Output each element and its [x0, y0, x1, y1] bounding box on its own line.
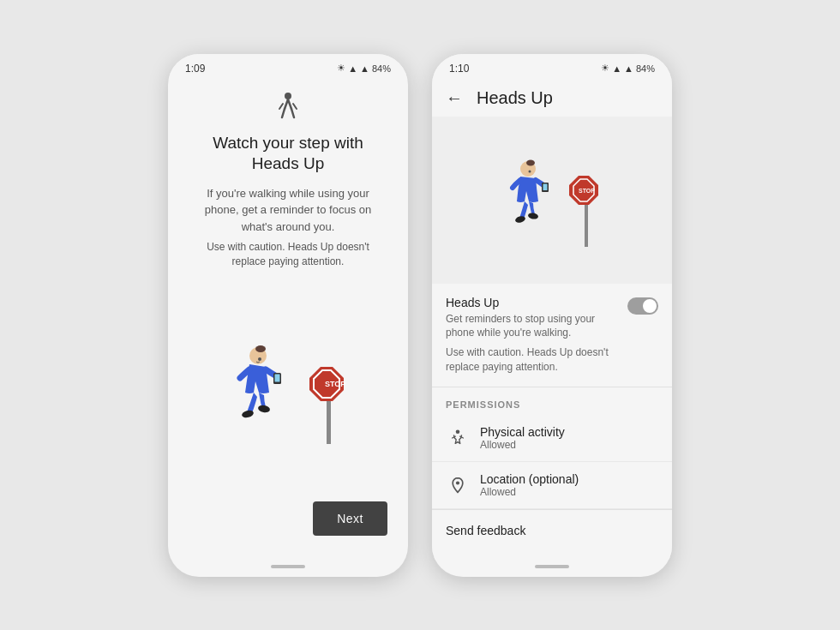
perm-location-text: Location (optional) Allowed — [480, 472, 579, 498]
perm-location-name: Location (optional) — [480, 472, 579, 486]
heads-up-setting-row: Heads Up Get reminders to stop using you… — [432, 284, 672, 387]
walking-illustration-1: STOP — [194, 320, 382, 457]
svg-point-32 — [456, 481, 459, 484]
time-1: 1:09 — [185, 63, 205, 75]
setting-label: Heads Up — [446, 296, 609, 309]
svg-point-29 — [456, 429, 460, 434]
svg-text:STOP: STOP — [325, 380, 345, 388]
svg-point-16 — [257, 405, 270, 413]
illustration-area-2: STOP — [432, 117, 672, 284]
time-2: 1:10 — [449, 63, 469, 75]
svg-point-27 — [527, 213, 538, 220]
walking-illustration-2: STOP — [475, 140, 629, 260]
svg-text:STOP: STOP — [579, 188, 595, 194]
setting-caution: Use with caution. Heads Up doesn't repla… — [446, 345, 609, 375]
battery-1: 84% — [372, 63, 391, 74]
settings-list: Heads Up Get reminders to stop using you… — [432, 284, 672, 560]
wifi-icon: ▲ — [348, 63, 357, 74]
brightness-icon-2: ☀ — [601, 63, 609, 74]
perm-physical-text: Physical activity Allowed — [480, 425, 565, 451]
svg-line-2 — [288, 99, 291, 109]
permission-physical-activity[interactable]: Physical activity Allowed — [432, 415, 672, 462]
signal-icon-2: ▲ — [624, 63, 633, 74]
perm-physical-name: Physical activity — [480, 425, 565, 439]
settings-title: Heads Up — [477, 88, 553, 108]
onboard-caution: Use with caution. Heads Up doesn't repla… — [189, 240, 387, 269]
onboard-title: Watch your step with Heads Up — [189, 133, 387, 175]
setting-text: Heads Up Get reminders to stop using you… — [446, 296, 609, 375]
svg-line-4 — [291, 109, 294, 117]
svg-point-23 — [526, 160, 535, 166]
svg-line-5 — [279, 104, 283, 109]
feedback-row[interactable]: Send feedback — [432, 509, 672, 551]
settings-header: ← Heads Up — [432, 78, 672, 117]
status-bar-1: 1:09 ☀ ▲ ▲ 84% — [168, 54, 408, 78]
perm-physical-status: Allowed — [480, 439, 565, 451]
heads-up-toggle[interactable] — [627, 297, 658, 315]
status-icons-2: ☀ ▲ ▲ 84% — [601, 63, 655, 74]
next-btn-row: Next — [189, 501, 387, 543]
svg-point-28 — [529, 171, 531, 173]
illustration-area-1: STOP — [189, 276, 387, 501]
svg-line-3 — [282, 109, 285, 117]
svg-rect-7 — [327, 397, 331, 444]
svg-point-12 — [255, 345, 266, 352]
phone-settings: 1:10 ☀ ▲ ▲ 84% ← Heads Up STOP — [432, 54, 672, 577]
svg-rect-18 — [585, 204, 588, 247]
svg-point-17 — [258, 357, 261, 361]
physical-activity-icon — [446, 426, 470, 450]
status-icons-1: ☀ ▲ ▲ 84% — [337, 63, 391, 74]
svg-line-6 — [293, 104, 297, 109]
svg-rect-25 — [543, 184, 548, 191]
permissions-header: PERMISSIONS — [432, 387, 672, 415]
home-indicator-2 — [535, 565, 569, 568]
wifi-icon-2: ▲ — [612, 63, 621, 74]
walk-icon-small — [276, 92, 300, 126]
perm-location-status: Allowed — [480, 486, 579, 498]
onboard-desc: If you're walking while using your phone… — [189, 185, 387, 236]
feedback-label: Send feedback — [446, 524, 525, 537]
next-button[interactable]: Next — [313, 501, 387, 536]
phone-onboarding: 1:09 ☀ ▲ ▲ 84% Watch your s — [168, 54, 408, 577]
home-indicator-1 — [271, 565, 305, 568]
svg-rect-14 — [275, 375, 280, 382]
permission-location[interactable]: Location (optional) Allowed — [432, 462, 672, 509]
phones-container: 1:09 ☀ ▲ ▲ 84% Watch your s — [168, 54, 672, 577]
battery-2: 84% — [636, 63, 655, 74]
brightness-icon: ☀ — [337, 63, 345, 74]
status-bar-2: 1:10 ☀ ▲ ▲ 84% — [432, 54, 672, 78]
onboarding-content: Watch your step with Heads Up If you're … — [168, 78, 408, 560]
back-button[interactable]: ← — [446, 88, 463, 108]
signal-icon: ▲ — [360, 63, 369, 74]
location-icon — [446, 473, 470, 497]
setting-desc: Get reminders to stop using your phone w… — [446, 312, 609, 341]
